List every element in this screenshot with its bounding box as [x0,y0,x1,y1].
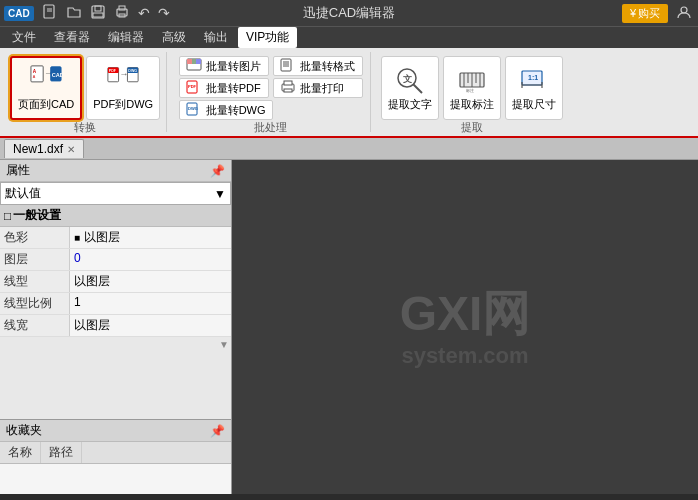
yuan-icon: ¥ [630,7,636,19]
canvas-watermark: GXI网 system.com [400,285,531,369]
extract-mark-label: 提取标注 [450,98,494,111]
menu-output[interactable]: 输出 [196,27,236,48]
save-icon[interactable] [88,2,108,25]
favorites-panel: 收藏夹 📌 名称 路径 [0,419,231,494]
titlebar-left: CAD [4,2,172,25]
svg-text:→: → [120,70,129,80]
menu-advanced[interactable]: 高级 [154,27,194,48]
favorites-col-name: 名称 [0,442,41,463]
batch-dwg-button[interactable]: DWG 批量转DWG [179,100,273,120]
menu-file[interactable]: 文件 [4,27,44,48]
prop-scroll-indicator: ▼ [0,337,231,352]
svg-line-40 [413,84,422,93]
extract-text-button[interactable]: 文 提取文字 [381,56,439,120]
menubar: 文件 查看器 编辑器 高级 输出 VIP功能 [0,26,698,48]
batch-format-icon [280,58,296,75]
batch-dwg-label: 批量转DWG [206,103,266,118]
prop-name-layer: 图层 [0,249,70,270]
page-to-cad-icon: A A → CAD [30,64,62,96]
svg-rect-34 [284,81,292,85]
properties-title: 属性 [6,162,30,179]
menu-viewer[interactable]: 查看器 [46,27,98,48]
properties-select[interactable]: 默认值 ▼ [0,182,231,205]
watermark-line2: system.com [400,343,531,369]
batch-image-button[interactable]: 批量转图片 [179,56,269,76]
svg-rect-27 [281,59,291,71]
batch-buttons: 批量转图片 批量转格式 [179,52,363,120]
extract-text-label: 提取文字 [388,98,432,111]
batch-image-label: 批量转图片 [206,59,261,74]
svg-text:PDF: PDF [188,84,197,89]
ribbon-group-extract: 文 提取文字 标注 [375,52,569,132]
app-logo: CAD [4,6,34,21]
properties-select-value: 默认值 [5,185,41,202]
extract-size-icon: 1:1 [518,64,550,96]
page-to-cad-label: 页面到CAD [18,98,74,111]
extract-group-label: 提取 [461,120,483,137]
svg-rect-3 [92,6,104,18]
buy-button[interactable]: ¥ 购买 [622,4,668,23]
batch-group-label: 批处理 [254,120,287,137]
buy-label: 购买 [638,6,660,21]
properties-table: □ 一般设置 色彩 以图层 图层 0 线型 以图层 线型比例 1 线宽 以图层 [0,205,231,419]
batch-dwg-icon: DWG [186,102,202,119]
favorites-header: 收藏夹 📌 [0,420,231,442]
pdf-to-dwg-label: PDF到DWG [93,98,153,111]
prop-name-linetype-scale: 线型比例 [0,293,70,314]
print-icon[interactable] [112,2,132,25]
convert-buttons: A A → CAD 页面到CAD [10,52,160,120]
menu-vip[interactable]: VIP功能 [238,27,297,48]
menu-editor[interactable]: 编辑器 [100,27,152,48]
prop-value-linetype: 以图层 [70,271,231,292]
user-icon[interactable] [674,2,694,25]
properties-select-arrow: ▼ [214,187,226,201]
batch-image-icon [186,58,202,75]
pdf-to-dwg-button[interactable]: PDF → DWG PDF到DWG [86,56,160,120]
batch-print-label: 批量打印 [300,81,344,96]
svg-rect-35 [284,89,292,92]
watermark-line1: GXI网 [400,285,531,343]
svg-point-9 [681,7,687,13]
favorites-pin-icon[interactable]: 📌 [210,424,225,438]
prop-name-linetype: 线型 [0,271,70,292]
extract-text-icon: 文 [394,64,426,96]
favorites-empty-area [0,464,231,494]
prop-row-color: 色彩 以图层 [0,227,231,249]
extract-mark-button[interactable]: 标注 提取标注 [443,56,501,120]
batch-format-button[interactable]: 批量转格式 [273,56,363,76]
page-to-cad-button[interactable]: A A → CAD 页面到CAD [10,56,82,120]
prop-row-linetype: 线型 以图层 [0,271,231,293]
file-tab-label: New1.dxf [13,142,63,156]
favorites-table-header: 名称 路径 [0,442,231,464]
file-tab[interactable]: New1.dxf ✕ [4,139,84,158]
prop-row-layer: 图层 0 [0,249,231,271]
new-icon[interactable] [40,2,60,25]
svg-text:CAD: CAD [52,73,62,79]
app-title: 迅捷CAD编辑器 [303,4,395,22]
prop-value-layer[interactable]: 0 [70,249,231,270]
file-tab-close-button[interactable]: ✕ [67,144,75,155]
svg-rect-4 [95,6,101,11]
batch-print-button[interactable]: 批量打印 [273,78,363,98]
extract-size-button[interactable]: 1:1 提取尺寸 [505,56,563,120]
svg-rect-25 [192,59,196,64]
prop-section-general[interactable]: □ 一般设置 [0,205,231,227]
prop-section-title: 一般设置 [13,207,61,224]
prop-name-linewidth: 线宽 [0,315,70,336]
svg-text:标注: 标注 [465,88,474,93]
ribbon: A A → CAD 页面到CAD [0,48,698,138]
batch-pdf-button[interactable]: PDF 批量转PDF [179,78,269,98]
properties-header: 属性 📌 [0,160,231,182]
canvas-area[interactable]: GXI网 system.com [232,160,698,494]
redo-icon[interactable]: ↷ [156,3,172,23]
ribbon-group-convert: A A → CAD 页面到CAD [4,52,167,132]
favorites-title: 收藏夹 [6,422,42,439]
undo-icon[interactable]: ↶ [136,3,152,23]
titlebar-icons: ↶ ↷ [40,2,172,25]
properties-pin-icon[interactable]: 📌 [210,164,225,178]
svg-rect-24 [187,59,192,64]
favorites-col-path: 路径 [41,442,82,463]
svg-rect-26 [196,59,201,64]
open-icon[interactable] [64,2,84,25]
pdf-to-dwg-icon: PDF → DWG [107,64,139,96]
